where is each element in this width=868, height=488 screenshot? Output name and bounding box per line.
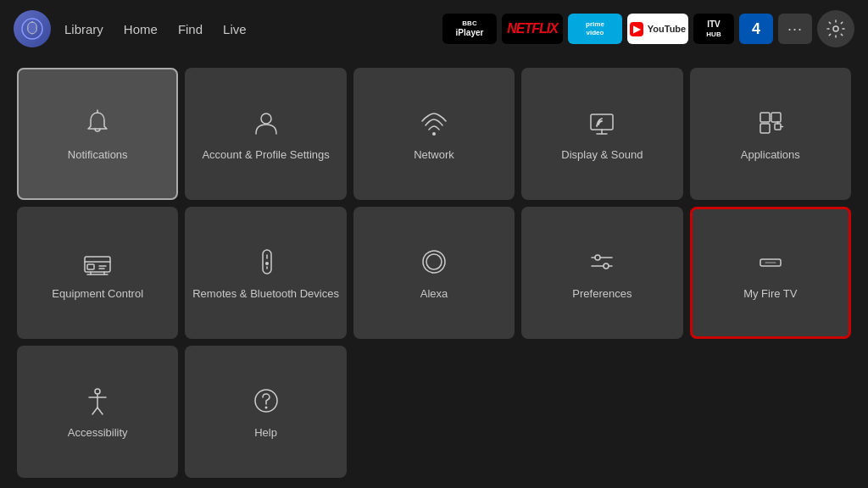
firetv-icon <box>754 245 787 279</box>
svg-point-24 <box>265 262 269 265</box>
top-navigation: Library Home Find Live BBCiPlayer NETFLI… <box>0 0 868 58</box>
applications-label: Applications <box>741 148 800 163</box>
svg-rect-11 <box>775 124 781 130</box>
tv-icon <box>81 245 114 279</box>
svg-point-34 <box>95 389 100 394</box>
nav-live[interactable]: Live <box>223 22 247 36</box>
grid-item-equipment[interactable]: Equipment Control <box>17 207 178 339</box>
grid-item-accessibility[interactable]: Accessibility <box>17 346 178 478</box>
equipment-label: Equipment Control <box>52 287 143 302</box>
svg-rect-5 <box>591 114 613 130</box>
app-netflix[interactable]: NETFLIX <box>502 14 563 44</box>
bell-icon <box>81 106 114 140</box>
person-icon <box>249 106 283 140</box>
svg-point-3 <box>261 114 271 124</box>
nav-apps: BBCiPlayer NETFLIX primevideo ▶ YouTube … <box>442 10 854 47</box>
grid-item-applications[interactable]: Applications <box>690 68 851 200</box>
display-icon <box>585 106 619 140</box>
grid-item-preferences[interactable]: Preferences <box>521 207 682 339</box>
app-youtube[interactable]: ▶ YouTube <box>627 14 688 44</box>
svg-point-30 <box>595 255 600 260</box>
apps-icon <box>754 106 787 140</box>
nav-find[interactable]: Find <box>178 22 203 36</box>
svg-rect-9 <box>771 113 781 122</box>
svg-line-38 <box>97 408 103 414</box>
accessibility-label: Accessibility <box>68 426 128 441</box>
help-icon <box>249 384 283 418</box>
app-prime-video[interactable]: primevideo <box>568 14 622 44</box>
alexa-icon <box>417 245 451 279</box>
grid-item-account[interactable]: Account & Profile Settings <box>185 68 346 200</box>
svg-point-1 <box>833 26 838 31</box>
grid-item-alexa[interactable]: Alexa <box>353 207 515 339</box>
app-bbc-iplayer[interactable]: BBCiPlayer <box>442 14 497 44</box>
grid-item-network[interactable]: Network <box>353 68 515 200</box>
svg-line-37 <box>92 408 97 414</box>
nav-library[interactable]: Library <box>64 22 103 36</box>
alexa-label: Alexa <box>420 287 448 302</box>
svg-point-27 <box>426 254 442 269</box>
accessibility-icon <box>81 384 114 418</box>
settings-button[interactable] <box>817 10 854 47</box>
notifications-label: Notifications <box>68 148 128 163</box>
svg-rect-10 <box>760 124 770 133</box>
grid-item-remotes[interactable]: Remotes & Bluetooth Devices <box>185 207 346 339</box>
more-apps-button[interactable]: ··· <box>778 14 812 44</box>
sliders-icon <box>585 245 619 279</box>
grid-item-my-fire-tv[interactable]: My Fire TV <box>690 207 851 339</box>
help-label: Help <box>254 426 277 441</box>
grid-item-display-sound[interactable]: Display & Sound <box>521 68 682 200</box>
display-sound-label: Display & Sound <box>561 148 643 163</box>
svg-point-4 <box>432 132 436 136</box>
app-channel4[interactable]: 4 <box>739 14 773 44</box>
svg-rect-8 <box>760 113 770 122</box>
my-fire-tv-label: My Fire TV <box>743 287 797 302</box>
account-label: Account & Profile Settings <box>202 148 329 163</box>
svg-point-31 <box>604 263 609 269</box>
nav-links: Library Home Find Live <box>64 22 247 36</box>
app-itv[interactable]: ITVHUB <box>693 14 734 44</box>
grid-item-notifications[interactable]: Notifications <box>17 68 178 200</box>
remote-icon <box>249 245 283 279</box>
avatar[interactable] <box>14 10 51 47</box>
svg-rect-19 <box>87 264 94 269</box>
nav-home[interactable]: Home <box>124 22 158 36</box>
preferences-label: Preferences <box>572 287 632 302</box>
network-label: Network <box>414 148 454 163</box>
wifi-icon <box>417 106 451 140</box>
remotes-label: Remotes & Bluetooth Devices <box>192 287 339 302</box>
grid-item-help[interactable]: Help <box>185 346 346 478</box>
svg-point-40 <box>264 406 267 408</box>
settings-grid: Notifications Account & Profile Settings… <box>0 58 868 488</box>
